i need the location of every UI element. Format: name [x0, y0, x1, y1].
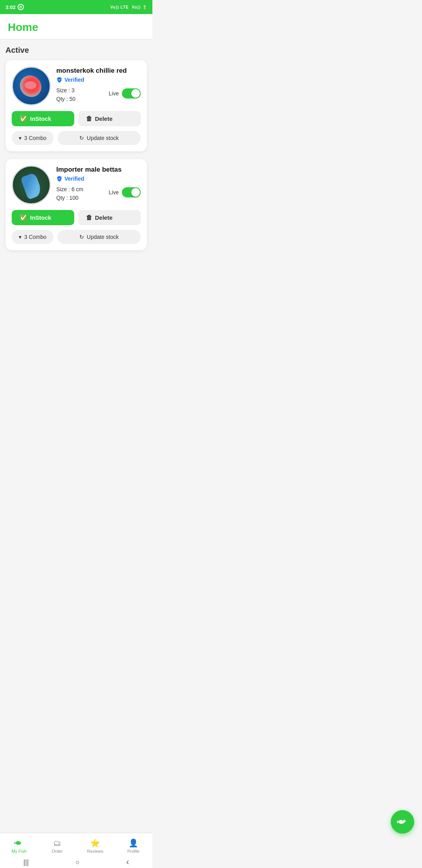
check-icon-2: ✅: [20, 214, 27, 221]
fish-qty-1: Qty : 50: [56, 95, 75, 103]
shield-icon-2: [56, 176, 63, 182]
shield-icon-1: [56, 77, 63, 83]
card-top-1: monsterkok chillie red Verified Size : 3…: [12, 66, 141, 106]
header: Home: [0, 14, 152, 39]
fish-size-2: Size : 6 cm: [56, 185, 83, 194]
main-content: Active monsterkok chillie red Verified S…: [0, 39, 152, 293]
action-row-1: ▾ 3 Combo ↻ Update stock: [12, 131, 141, 145]
fish-details-1: Size : 3 Qty : 50: [56, 86, 75, 104]
card-info-2: Importer male bettas Verified Size : 6 c…: [56, 165, 141, 203]
btn-row-2: ✅ InStock 🗑 Delete: [12, 210, 141, 225]
battery-icon: 🔋: [142, 5, 147, 9]
live-toggle-row-2: Live: [109, 187, 141, 197]
chevron-down-icon-1: ▾: [19, 135, 21, 141]
action-row-2: ▾ 3 Combo ↻ Update stock: [12, 230, 141, 244]
live-toggle-row-1: Live: [109, 88, 141, 99]
page-title: Home: [8, 21, 145, 34]
fish-qty-2: Qty : 100: [56, 194, 83, 202]
chevron-down-icon-2: ▾: [19, 234, 21, 240]
card-top-2: Importer male bettas Verified Size : 6 c…: [12, 165, 141, 204]
live-label-2: Live: [109, 189, 119, 195]
fish-size-1: Size : 3: [56, 86, 75, 95]
fish-avatar-2: [12, 165, 51, 204]
status-left: 3:02 B: [5, 4, 24, 10]
status-bar: 3:02 B Vo)) LTE Vo)) 🔋: [0, 0, 152, 14]
verified-badge-1: Verified: [56, 77, 141, 83]
trash-icon-1: 🗑: [86, 115, 92, 122]
fish-name-2: Importer male bettas: [56, 165, 141, 174]
refresh-icon-1: ↻: [79, 135, 84, 141]
status-b-icon: B: [18, 4, 24, 10]
live-toggle-1[interactable]: [122, 88, 141, 99]
status-right: Vo)) LTE Vo)) 🔋: [110, 5, 147, 9]
trash-icon-2: 🗑: [86, 214, 92, 221]
fish-avatar-1: [12, 66, 51, 106]
live-toggle-2[interactable]: [122, 187, 141, 197]
section-active-label: Active: [5, 46, 147, 55]
fish-card-2: Importer male bettas Verified Size : 6 c…: [5, 159, 147, 250]
update-stock-button-2[interactable]: ↻ Update stock: [57, 230, 141, 244]
delete-button-2[interactable]: 🗑 Delete: [78, 210, 141, 225]
card-info-1: monsterkok chillie red Verified Size : 3…: [56, 66, 141, 104]
update-stock-button-1[interactable]: ↻ Update stock: [57, 131, 141, 145]
fish-name-1: monsterkok chillie red: [56, 66, 141, 75]
btn-row-1: ✅ InStock 🗑 Delete: [12, 111, 141, 126]
network-indicators: Vo)) LTE Vo)): [110, 5, 141, 9]
combo-button-1[interactable]: ▾ 3 Combo: [12, 131, 54, 145]
verified-text-1: Verified: [64, 77, 84, 83]
verified-text-2: Verified: [64, 176, 84, 182]
card-info-row-1: Size : 3 Qty : 50 Live: [56, 86, 141, 104]
check-icon-1: ✅: [20, 115, 27, 122]
delete-button-1[interactable]: 🗑 Delete: [78, 111, 141, 126]
combo-button-2[interactable]: ▾ 3 Combo: [12, 230, 54, 244]
card-info-row-2: Size : 6 cm Qty : 100 Live: [56, 185, 141, 203]
instock-button-1[interactable]: ✅ InStock: [12, 111, 74, 126]
fish-details-2: Size : 6 cm Qty : 100: [56, 185, 83, 203]
verified-badge-2: Verified: [56, 176, 141, 182]
instock-button-2[interactable]: ✅ InStock: [12, 210, 74, 225]
refresh-icon-2: ↻: [79, 234, 84, 240]
status-time: 3:02: [5, 4, 16, 10]
live-label-1: Live: [109, 90, 119, 97]
fish-card-1: monsterkok chillie red Verified Size : 3…: [5, 60, 147, 151]
